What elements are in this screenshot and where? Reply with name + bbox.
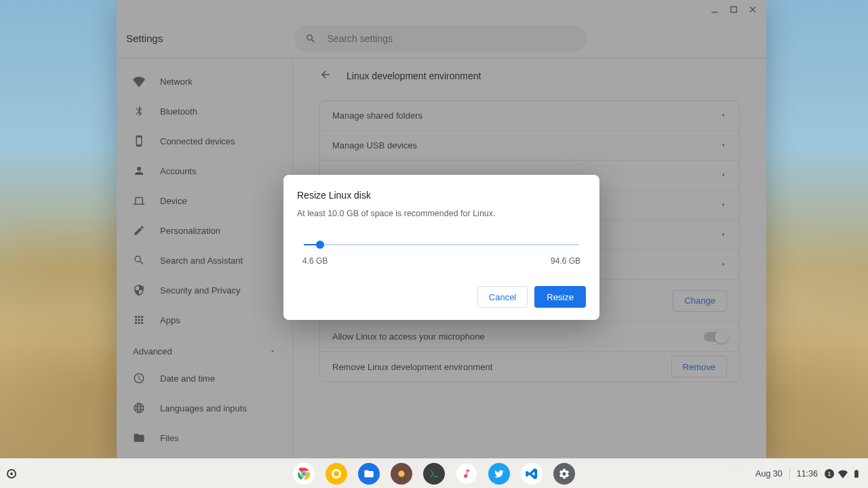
shelf-app-terminal[interactable]: [423, 463, 445, 485]
battery-icon: [852, 469, 861, 479]
dialog-title: Resize Linux disk: [297, 190, 586, 201]
shelf-apps: [293, 463, 575, 485]
wifi-icon: [838, 469, 848, 479]
shelf-app-settings[interactable]: [553, 463, 575, 485]
dialog-description: At least 10.0 GB of space is recommended…: [297, 209, 586, 218]
tray-date: Aug 30: [755, 469, 783, 479]
slider-max-label: 94.6 GB: [551, 256, 580, 266]
notification-badge: 1: [825, 469, 834, 479]
launcher-button[interactable]: [7, 469, 16, 479]
disk-size-slider[interactable]: [297, 239, 586, 255]
shelf-app-canary[interactable]: [326, 463, 347, 485]
tray-time: 11:36: [797, 469, 818, 479]
slider-min-label: 4.6 GB: [302, 256, 328, 266]
svg-point-5: [302, 472, 305, 474]
shelf-app-music[interactable]: [456, 463, 477, 485]
shelf-app-twitter[interactable]: [488, 463, 510, 485]
shelf-app-brown[interactable]: [391, 463, 412, 485]
shelf: Aug 30 11:36 1: [0, 458, 868, 488]
system-tray[interactable]: Aug 30 11:36 1: [755, 468, 861, 480]
resize-button[interactable]: Resize: [534, 286, 586, 308]
shelf-app-chrome[interactable]: [293, 463, 315, 485]
resize-dialog: Resize Linux disk At least 10.0 GB of sp…: [283, 175, 599, 320]
cancel-button[interactable]: Cancel: [477, 286, 528, 308]
slider-thumb[interactable]: [316, 241, 324, 249]
svg-point-6: [398, 470, 404, 476]
shelf-app-vscode[interactable]: [521, 463, 542, 485]
shelf-app-files[interactable]: [358, 463, 380, 485]
